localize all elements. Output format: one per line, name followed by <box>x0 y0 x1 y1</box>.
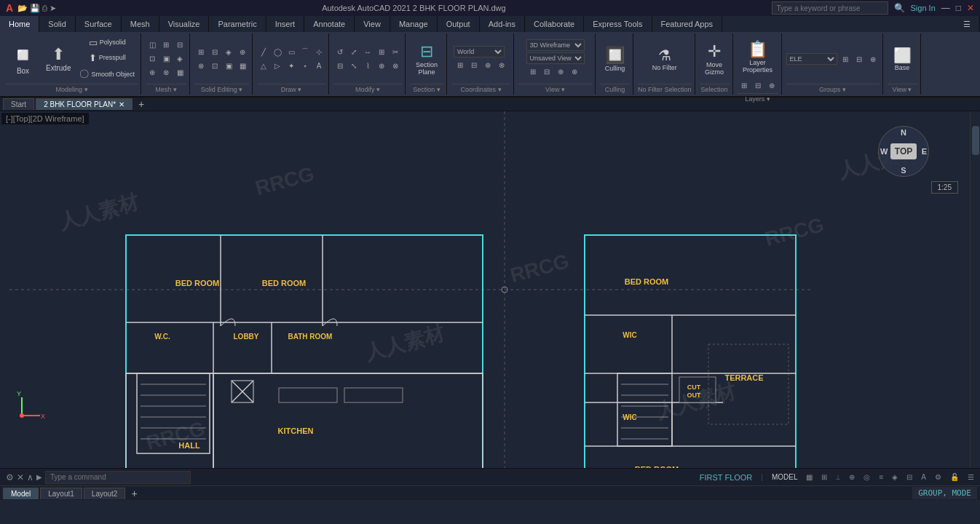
mod-btn-8[interactable]: ⌇ <box>361 59 374 72</box>
mod-btn-10[interactable]: ⊗ <box>389 59 402 72</box>
mesh-btn-5[interactable]: ▣ <box>159 52 173 66</box>
coord-btn-3[interactable]: ⊕ <box>481 59 494 72</box>
coord-btn-2[interactable]: ⊟ <box>467 59 481 72</box>
view-btn-1[interactable]: ⊞ <box>526 66 540 79</box>
win-minimize[interactable]: — <box>941 3 950 13</box>
mesh-btn-3[interactable]: ⊟ <box>173 39 186 52</box>
tab-addins[interactable]: Add-ins <box>480 16 525 32</box>
se-btn-7[interactable]: ▣ <box>222 59 235 72</box>
se-btn-6[interactable]: ⊡ <box>208 59 221 72</box>
scrollbar-thumb[interactable] <box>972 126 979 155</box>
se-btn-5[interactable]: ⊗ <box>194 59 208 72</box>
tab-close-icon[interactable]: ✕ <box>119 100 125 108</box>
se-btn-8[interactable]: ▦ <box>236 59 249 72</box>
se-btn-3[interactable]: ◈ <box>222 45 235 58</box>
search-input[interactable] <box>772 1 888 15</box>
mesh-btn-8[interactable]: ⊗ <box>159 66 173 79</box>
smooth-object-button[interactable]: 〇 Smooth Object <box>76 66 138 82</box>
view-btn-4[interactable]: ⊗ <box>568 66 581 79</box>
tab-annotate[interactable]: Annotate <box>304 16 355 32</box>
world-select[interactable]: World <box>454 46 505 57</box>
status-icon-1[interactable]: ⚙ <box>6 472 14 483</box>
mod-btn-1[interactable]: ↺ <box>333 45 347 58</box>
transparency-icon[interactable]: ◈ <box>892 473 898 481</box>
ele-select[interactable]: ELE <box>786 53 837 65</box>
ele-btn-1[interactable]: ⊞ <box>839 53 852 66</box>
tab-mesh[interactable]: Mesh <box>122 16 159 32</box>
tab-featuredapps[interactable]: Featured Apps <box>652 16 723 32</box>
tab-visualize[interactable]: Visualize <box>159 16 210 32</box>
se-btn-1[interactable]: ⊞ <box>194 45 208 58</box>
mod-btn-3[interactable]: ↔ <box>361 45 374 58</box>
coord-btn-1[interactable]: ⊞ <box>454 59 467 72</box>
presspull-button[interactable]: ⬆ Presspull <box>76 51 138 65</box>
layout2-tab[interactable]: Layout2 <box>84 488 126 499</box>
ortho-icon[interactable]: ⟂ <box>836 473 840 481</box>
se-btn-4[interactable]: ⊕ <box>236 45 249 58</box>
new-tab-button[interactable]: + <box>134 98 149 110</box>
polysolid-button[interactable]: ▭ Polysolid <box>76 36 138 49</box>
move-gizmo-button[interactable]: ✛ MoveGizmo <box>700 37 728 81</box>
mod-btn-9[interactable]: ⊕ <box>375 59 388 72</box>
tab-start[interactable]: Start <box>3 98 34 110</box>
layer-btn-1[interactable]: ⊞ <box>738 79 751 92</box>
command-input[interactable] <box>45 471 191 484</box>
view-btn-3[interactable]: ⊕ <box>554 66 567 79</box>
culling-button[interactable]: 🔲 Culling <box>601 37 630 81</box>
no-filter-button[interactable]: ⚗ No Filter <box>648 37 681 81</box>
right-scrollbar[interactable] <box>970 111 980 468</box>
mod-btn-5[interactable]: ✂ <box>389 45 402 58</box>
tab-parametric[interactable]: Parametric <box>209 16 266 32</box>
layout1-tab[interactable]: Layout1 <box>40 488 82 499</box>
snap-icon[interactable]: ⊞ <box>821 473 827 481</box>
mod-btn-2[interactable]: ⤢ <box>347 45 360 58</box>
coord-btn-4[interactable]: ⊗ <box>495 59 508 72</box>
mod-btn-7[interactable]: ⤡ <box>347 59 360 72</box>
layer-btn-3[interactable]: ⊕ <box>765 79 778 92</box>
tab-drawing[interactable]: 2 BHK FLOOR PLAN* ✕ <box>36 98 133 110</box>
osnap-icon[interactable]: ◎ <box>864 473 870 481</box>
extrude-button[interactable]: ⬆ Extrude <box>42 37 75 81</box>
mesh-btn-9[interactable]: ▦ <box>173 66 186 79</box>
draw-btn-4[interactable]: ⌒ <box>299 45 312 58</box>
wireframe-select[interactable]: 3D Wireframe <box>526 39 585 51</box>
draw-btn-3[interactable]: ▭ <box>285 45 298 58</box>
tab-extra[interactable]: ☰ <box>955 16 980 32</box>
mod-btn-6[interactable]: ⊟ <box>333 59 347 72</box>
top-view-button[interactable]: TOP <box>890 143 917 159</box>
draw-btn-6[interactable]: △ <box>257 59 270 72</box>
annotate-icon[interactable]: A <box>921 473 926 481</box>
ele-btn-2[interactable]: ⊟ <box>853 53 866 66</box>
tab-insert[interactable]: Insert <box>266 16 305 32</box>
base-button[interactable]: ⬜ Base <box>889 37 916 81</box>
tab-expresstools[interactable]: Express Tools <box>584 16 652 32</box>
model-tab[interactable]: Model <box>3 488 39 499</box>
unsaved-view-select[interactable]: Unsaved View <box>526 52 585 64</box>
draw-btn-1[interactable]: ╱ <box>257 45 270 58</box>
draw-btn-10[interactable]: A <box>312 59 325 72</box>
lineweight-icon[interactable]: ≡ <box>879 473 883 481</box>
sign-in[interactable]: Sign In <box>911 4 936 12</box>
mesh-btn-4[interactable]: ⊡ <box>146 52 159 66</box>
box-button[interactable]: ◽ Box <box>6 37 40 81</box>
draw-btn-9[interactable]: ⋆ <box>299 59 312 72</box>
status-icon-2[interactable]: ✕ <box>17 472 24 483</box>
tab-manage[interactable]: Manage <box>390 16 438 32</box>
mesh-btn-2[interactable]: ⊞ <box>159 39 173 52</box>
layer-properties-button[interactable]: 📋 LayerProperties <box>738 35 777 79</box>
draw-btn-2[interactable]: ◯ <box>271 45 284 58</box>
tab-view[interactable]: View <box>355 16 390 32</box>
tab-output[interactable]: Output <box>438 16 480 32</box>
mesh-btn-1[interactable]: ◫ <box>146 39 159 52</box>
toolbar-icons[interactable]: 📂 💾 ⎙ ➤ <box>17 4 56 13</box>
lock-icon[interactable]: 🔓 <box>950 473 959 481</box>
viewcube[interactable]: N S E W TOP <box>874 126 933 199</box>
mesh-btn-7[interactable]: ⊕ <box>146 66 159 79</box>
layer-btn-2[interactable]: ⊟ <box>751 79 764 92</box>
mod-btn-4[interactable]: ⊞ <box>375 45 388 58</box>
draw-btn-8[interactable]: ✦ <box>285 59 298 72</box>
tab-solid[interactable]: Solid <box>39 16 75 32</box>
selection-icon[interactable]: ⊟ <box>906 473 912 481</box>
tab-home[interactable]: Home <box>0 16 39 32</box>
tab-surface[interactable]: Surface <box>76 16 122 32</box>
